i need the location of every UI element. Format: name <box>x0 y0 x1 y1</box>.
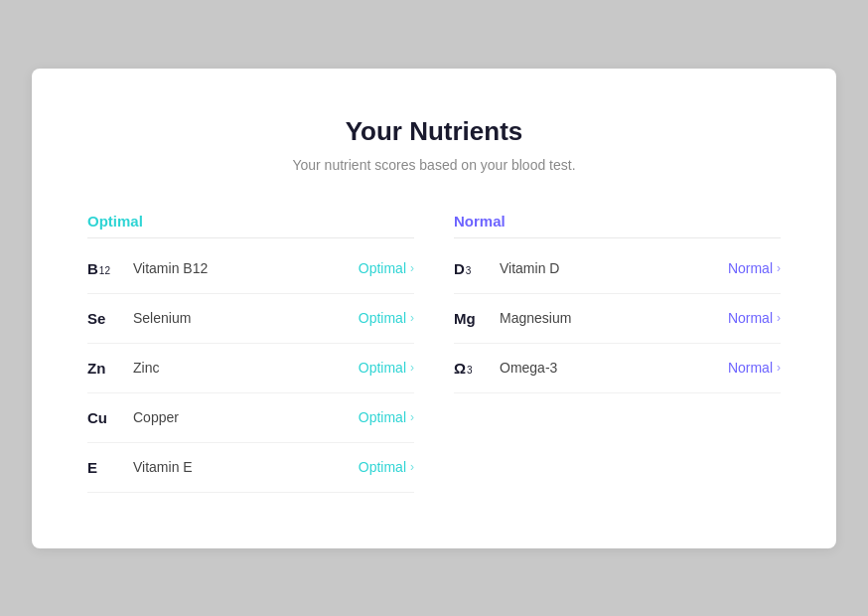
nutrient-row[interactable]: EVitamin EOptimal › <box>87 443 414 493</box>
nutrient-symbol: Zn <box>87 360 133 377</box>
chevron-icon: › <box>410 361 414 375</box>
nutrient-row[interactable]: ZnZincOptimal › <box>87 344 414 393</box>
nutrient-row[interactable]: B12Vitamin B12Optimal › <box>87 244 414 294</box>
nutrient-symbol: E <box>87 459 133 476</box>
nutrient-symbol: Cu <box>87 409 133 426</box>
chevron-icon: › <box>777 261 781 275</box>
nutrient-status: Optimal › <box>359 459 414 475</box>
nutrients-card: Your Nutrients Your nutrient scores base… <box>32 69 836 548</box>
nutrient-status: Optimal › <box>359 310 414 326</box>
nutrient-symbol: B12 <box>87 260 133 277</box>
nutrient-row[interactable]: D3Vitamin DNormal › <box>454 244 781 294</box>
nutrient-status: Normal › <box>728 310 781 326</box>
nutrient-row[interactable]: SeSeleniumOptimal › <box>87 294 414 344</box>
chevron-icon: › <box>777 311 781 325</box>
nutrient-row[interactable]: CuCopperOptimal › <box>87 393 414 443</box>
nutrient-status: Optimal › <box>359 409 414 425</box>
nutrient-name: Magnesium <box>500 310 728 326</box>
nutrient-name: Copper <box>133 409 359 425</box>
nutrient-symbol: Ω3 <box>454 360 500 377</box>
column-normal: NormalD3Vitamin DNormal ›MgMagnesiumNorm… <box>454 213 781 493</box>
chevron-icon: › <box>410 311 414 325</box>
column-optimal: OptimalB12Vitamin B12Optimal ›SeSelenium… <box>87 213 414 493</box>
nutrient-symbol-sub: 3 <box>467 365 473 376</box>
page-subtitle: Your nutrient scores based on your blood… <box>87 157 781 173</box>
columns-container: OptimalB12Vitamin B12Optimal ›SeSelenium… <box>87 213 781 493</box>
chevron-icon: › <box>410 410 414 424</box>
nutrient-status: Optimal › <box>359 360 414 376</box>
nutrient-name: Vitamin D <box>500 260 728 276</box>
nutrient-symbol-sub: 12 <box>99 265 110 276</box>
nutrient-name: Selenium <box>133 310 359 326</box>
nutrient-name: Vitamin B12 <box>133 260 359 276</box>
nutrient-name: Zinc <box>133 360 359 376</box>
nutrient-status: Normal › <box>728 260 781 276</box>
nutrient-symbol: Se <box>87 310 133 327</box>
chevron-icon: › <box>777 361 781 375</box>
nutrient-row[interactable]: MgMagnesiumNormal › <box>454 294 781 344</box>
chevron-icon: › <box>410 261 414 275</box>
chevron-icon: › <box>410 460 414 474</box>
card-header: Your Nutrients Your nutrient scores base… <box>87 116 781 173</box>
nutrient-name: Vitamin E <box>133 459 359 475</box>
nutrient-symbol-sub: 3 <box>466 265 472 276</box>
nutrient-row[interactable]: Ω3Omega-3Normal › <box>454 344 781 393</box>
column-header-normal: Normal <box>454 213 781 238</box>
nutrient-status: Optimal › <box>359 260 414 276</box>
nutrient-symbol: Mg <box>454 310 500 327</box>
column-header-optimal: Optimal <box>87 213 414 238</box>
page-title: Your Nutrients <box>87 116 781 147</box>
nutrient-name: Omega-3 <box>500 360 728 376</box>
nutrient-status: Normal › <box>728 360 781 376</box>
nutrient-symbol: D3 <box>454 260 500 277</box>
